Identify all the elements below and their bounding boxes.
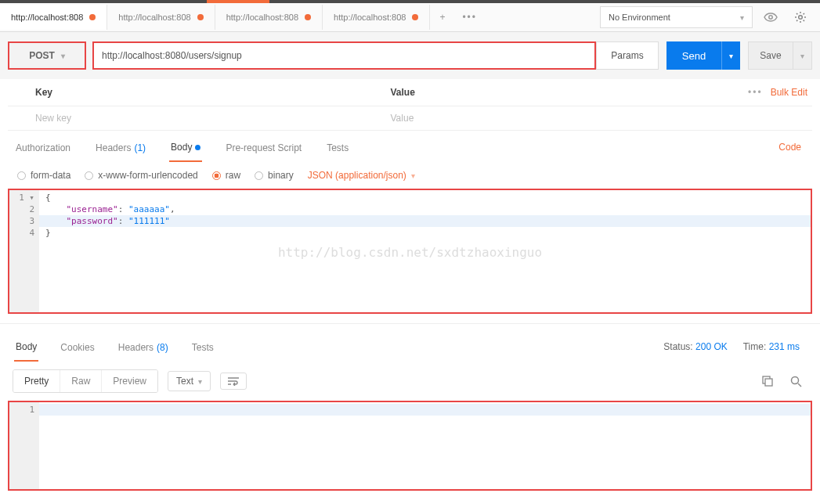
request-tab[interactable]: http://localhost:808: [107, 5, 215, 30]
svg-point-0: [769, 16, 772, 19]
svg-point-4: [791, 376, 798, 383]
send-dropdown[interactable]: ▾: [721, 41, 740, 70]
chevron-down-icon: ▾: [740, 13, 744, 22]
request-tab[interactable]: http://localhost:808: [215, 5, 323, 30]
request-body-editor[interactable]: 1 ▾ 2 3 4 { "username": "aaaaaa", "passw…: [8, 189, 812, 314]
radio-raw[interactable]: raw: [212, 170, 240, 181]
response-format-bar: Pretty Raw Preview Text ▾: [0, 362, 820, 401]
params-button[interactable]: Params: [596, 41, 659, 70]
svg-point-1: [799, 16, 803, 20]
code-area[interactable]: { "username": "aaaaaa", "password": "111…: [39, 190, 811, 239]
response-body-editor[interactable]: 1: [8, 401, 812, 491]
body-type-options: form-data x-www-form-urlencoded raw bina…: [0, 162, 820, 189]
request-bar: POST ▾ Params Send ▾ Save ▾: [0, 32, 820, 79]
unsaved-dot-icon: [197, 14, 204, 20]
response-tab-tests[interactable]: Tests: [190, 335, 215, 362]
value-column-header: Value: [363, 87, 719, 98]
view-mode-group: Pretty Raw Preview: [13, 369, 158, 393]
environment-preview-button[interactable]: [759, 6, 782, 28]
active-dot-icon: [195, 145, 200, 150]
radio-formdata[interactable]: form-data: [17, 170, 70, 181]
settings-button[interactable]: [789, 6, 812, 28]
radio-urlencoded[interactable]: x-www-form-urlencoded: [85, 170, 197, 181]
eye-icon: [764, 13, 778, 22]
send-button[interactable]: Send: [666, 41, 721, 70]
tab-label: http://localhost:808: [118, 13, 190, 22]
more-button[interactable]: •••: [748, 87, 763, 98]
radio-icon: [85, 171, 93, 180]
search-response-button[interactable]: [784, 370, 807, 392]
unsaved-dot-icon: [89, 14, 96, 20]
view-preview[interactable]: Preview: [102, 370, 157, 392]
kv-header-row: Key Value ••• Bulk Edit: [8, 79, 812, 106]
svg-rect-3: [765, 379, 772, 386]
tab-prerequest[interactable]: Pre-request Script: [224, 135, 303, 162]
wrap-button[interactable]: [220, 373, 247, 390]
view-raw[interactable]: Raw: [60, 370, 102, 392]
response-tabs: Body Cookies Headers (8) Tests Status: 2…: [0, 323, 820, 362]
top-border: [0, 0, 820, 3]
method-select[interactable]: POST ▾: [8, 41, 86, 70]
unsaved-dot-icon: [412, 14, 418, 20]
radio-icon: [17, 171, 26, 180]
gear-icon: [794, 11, 807, 23]
value-input[interactable]: Value: [363, 113, 719, 124]
chevron-down-icon: ▾: [729, 52, 733, 60]
chevron-down-icon: ▾: [61, 52, 65, 60]
environment-select[interactable]: No Environment ▾: [600, 6, 753, 28]
tabs-overflow-button[interactable]: •••: [454, 5, 485, 29]
watermark: http://blog.csdn.net/sxdtzhaoxinguo: [9, 245, 811, 260]
response-meta: Status: 200 OK Time: 231 ms: [663, 335, 806, 362]
request-subtabs: Authorization Headers (1) Body Pre-reque…: [0, 131, 820, 162]
radio-selected-icon: [212, 171, 221, 180]
chevron-down-icon: ▾: [411, 171, 415, 180]
new-tab-button[interactable]: +: [430, 5, 454, 29]
view-pretty[interactable]: Pretty: [13, 370, 60, 392]
chevron-down-icon: ▾: [800, 52, 804, 60]
tab-tests[interactable]: Tests: [325, 135, 350, 162]
environment-bar: No Environment ▾: [600, 3, 820, 31]
chevron-down-icon: ▾: [198, 377, 202, 386]
code-link[interactable]: Code: [774, 135, 806, 162]
tab-body[interactable]: Body: [169, 135, 202, 162]
url-input[interactable]: [92, 41, 596, 70]
wrap-icon: [227, 376, 240, 386]
save-dropdown[interactable]: ▾: [793, 41, 812, 70]
line-gutter: 1: [9, 402, 39, 489]
key-column-header: Key: [8, 87, 363, 98]
environment-value: No Environment: [609, 13, 670, 22]
kv-input-row[interactable]: New key Value: [8, 106, 812, 131]
tab-label: http://localhost:808: [11, 13, 83, 22]
tab-label: http://localhost:808: [226, 13, 298, 22]
request-tab[interactable]: http://localhost:808: [323, 5, 430, 30]
response-format-select[interactable]: Text ▾: [168, 371, 211, 391]
copy-response-button[interactable]: [756, 370, 779, 392]
method-value: POST: [29, 50, 55, 61]
request-tab[interactable]: http://localhost:808: [0, 5, 107, 30]
search-icon: [790, 376, 802, 387]
tab-headers[interactable]: Headers (1): [94, 135, 147, 162]
save-button[interactable]: Save: [748, 41, 793, 70]
response-tab-headers[interactable]: Headers (8): [117, 335, 170, 362]
radio-binary[interactable]: binary: [255, 170, 294, 181]
tab-authorization[interactable]: Authorization: [14, 135, 72, 162]
code-area[interactable]: [39, 402, 811, 416]
response-tab-cookies[interactable]: Cookies: [59, 335, 96, 362]
tab-label: http://localhost:808: [334, 13, 406, 22]
line-gutter: 1 ▾ 2 3 4: [9, 190, 39, 312]
bulk-edit-link[interactable]: Bulk Edit: [771, 87, 807, 98]
copy-icon: [762, 376, 773, 387]
radio-icon: [255, 171, 263, 180]
svg-line-5: [798, 383, 801, 387]
unsaved-dot-icon: [305, 14, 311, 20]
key-input[interactable]: New key: [8, 113, 363, 124]
content-type-select[interactable]: JSON (application/json) ▾: [308, 170, 415, 181]
response-tab-body[interactable]: Body: [14, 335, 38, 362]
request-tabs: http://localhost:808 http://localhost:80…: [0, 3, 820, 32]
